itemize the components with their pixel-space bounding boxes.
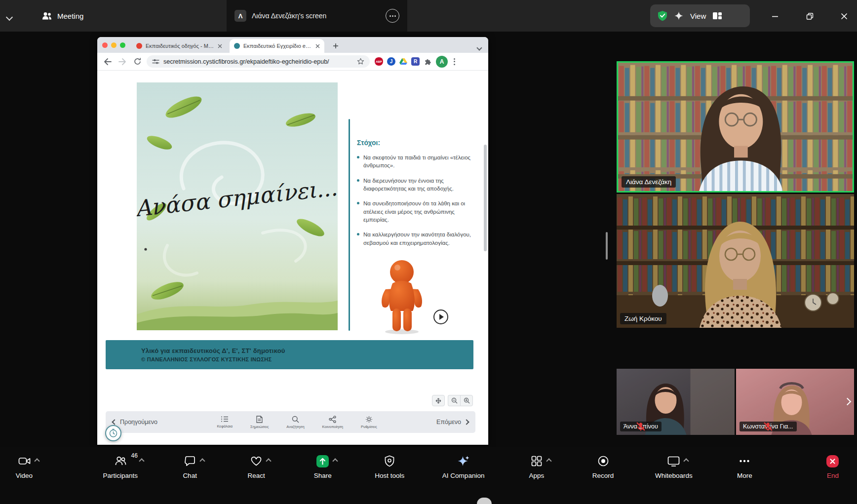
share-button[interactable]: Share [309, 454, 337, 504]
end-meeting-button[interactable]: End [818, 454, 847, 504]
share-screen-icon [316, 455, 329, 468]
chapters-label: Κεφάλαια [217, 424, 233, 428]
more-button[interactable]: More [730, 454, 759, 504]
ai-sparkle-icon [457, 455, 470, 467]
tab-search-chevron-icon[interactable] [477, 43, 481, 52]
share-tab-label: Λιάνα Δενεζάκη's screen [252, 12, 326, 20]
apps-button[interactable]: Apps [522, 454, 551, 504]
forward-button[interactable] [117, 56, 128, 67]
tab2-close-icon[interactable] [315, 44, 320, 48]
goals-section: Στόχοι: Να σκεφτούν τα παιδιά τι σημαίνε… [357, 139, 476, 254]
browser-menu-icon[interactable] [452, 58, 457, 65]
close-button[interactable] [835, 7, 853, 25]
screen-share-tab[interactable]: Λ Λιάνα Δενεζάκη's screen [227, 0, 407, 32]
participants-options-chevron[interactable] [140, 456, 144, 465]
chat-bubble-icon [184, 455, 196, 467]
settings-button[interactable]: Ρυθμίσεις [361, 416, 377, 429]
participants-icon [114, 455, 127, 467]
play-icon [439, 314, 444, 320]
search-button[interactable]: Αναζήτηση [286, 416, 304, 429]
people-icon [41, 11, 52, 21]
previous-page-button[interactable]: Προηγούμενο [113, 419, 157, 426]
panel-resize-handle[interactable] [606, 232, 608, 260]
participant-video-1 [618, 63, 853, 191]
timer-clock-button[interactable] [105, 425, 121, 441]
collapse-chevron-icon[interactable] [7, 13, 12, 22]
clay-figure-image [379, 259, 425, 335]
address-bar[interactable]: secretmission.cysticfibrosis.gr/ekpaidef… [147, 55, 370, 68]
tab-more-icon[interactable] [386, 9, 399, 23]
video-tile-active-speaker[interactable]: Λιάνα Δενεζάκη [617, 61, 854, 193]
chat-options-chevron[interactable] [200, 456, 204, 465]
play-audio-button[interactable] [433, 310, 448, 324]
video-tile-3[interactable]: Άννα Σπίνου [617, 369, 735, 435]
whiteboards-button[interactable]: Whiteboards [655, 454, 693, 504]
tab1-close-icon[interactable] [218, 44, 222, 48]
new-tab-button[interactable] [330, 40, 341, 51]
chat-button[interactable]: Chat [176, 454, 204, 504]
reader-menu: Κεφάλαια Σημειώσεις Αναζήτηση Κοινοποίησ… [217, 416, 377, 429]
epub-reader-page: Ανάσα σημαίνει... Στόχοι: Να σκεφτούν τα… [97, 71, 488, 445]
next-label: Επόμενο [436, 419, 461, 426]
site-info-icon[interactable] [152, 58, 159, 65]
zoom-controls [432, 395, 473, 406]
extensions-puzzle-icon[interactable] [424, 57, 432, 66]
adblock-extension-icon[interactable]: ABP [375, 57, 383, 66]
video-tile-2[interactable]: Ζωή Κρόκου [617, 194, 854, 328]
share-page-button[interactable]: Κοινοποίηση [322, 416, 343, 429]
browser-tab-1[interactable]: Εκπαιδευτικός οδηγός - Μυσ [132, 39, 227, 53]
restore-button[interactable] [801, 7, 818, 25]
react-options-chevron[interactable] [267, 456, 271, 465]
teal-banner: Υλικό για εκπαιδευτικούς Δ', Ε', ΣΤ' δημ… [106, 340, 473, 369]
apps-grid-icon [530, 455, 543, 467]
ai-companion-button[interactable]: AI Companion [442, 454, 485, 504]
next-page-button[interactable]: Επόμενο [436, 419, 468, 426]
participant-name: Λιάνα Δενεζάκη [626, 178, 671, 186]
muted-mic-icon [620, 422, 662, 431]
back-button[interactable] [102, 56, 113, 67]
gallery-next-button[interactable] [842, 394, 853, 409]
record-button[interactable]: Record [589, 454, 618, 504]
participant-name-badge: Κωνσταντίνα Για... [740, 422, 797, 431]
participant-name: Ζωή Κρόκου [624, 315, 662, 322]
more-dots-icon [738, 455, 751, 467]
page-scrollbar-thumb[interactable] [484, 145, 487, 251]
window-traffic-lights[interactable] [102, 42, 125, 48]
participant-name-badge: Λιάνα Δενεζάκη [622, 176, 676, 188]
r-extension-icon[interactable]: R [411, 57, 420, 66]
participants-count-badge: 46 [131, 452, 137, 459]
minimize-button[interactable] [766, 7, 784, 25]
whiteboards-options-chevron[interactable] [684, 456, 688, 465]
video-button[interactable]: Video [10, 454, 39, 504]
video-options-chevron[interactable] [35, 456, 39, 465]
settings-label: Ρυθμίσεις [361, 425, 377, 429]
goal-item: Να σκεφτούν τα παιδιά τι σημαίνει «τέλει… [357, 154, 476, 170]
chapters-button[interactable]: Κεφάλαια [217, 416, 233, 429]
fit-page-button[interactable] [432, 395, 445, 406]
drive-extension-icon[interactable] [399, 58, 407, 65]
participant-name-badge: Άννα Σπίνου [620, 422, 662, 431]
meeting-tab[interactable]: Meeting [41, 0, 83, 32]
host-tools-button[interactable]: Host tools [375, 454, 404, 504]
reload-button[interactable] [132, 56, 143, 67]
j-extension-icon[interactable]: J [387, 57, 395, 66]
browser-tab-2-active[interactable]: Εκπαιδευτικό Εγχειρίδιο ePu [230, 39, 324, 53]
meeting-controls-toolbar: Video 46 Participants Chat React [0, 447, 857, 504]
zoom-out-button[interactable] [448, 395, 460, 406]
apps-options-chevron[interactable] [547, 456, 551, 465]
url-text: secretmission.cysticfibrosis.gr/ekpaidef… [163, 58, 353, 65]
react-button[interactable]: React [242, 454, 271, 504]
zoom-in-button[interactable] [460, 395, 473, 406]
video-tile-4[interactable]: Κωνσταντίνα Για... [736, 369, 854, 435]
shared-browser-window: Εκπαιδευτικός οδηγός - Μυσ Εκπαιδευτικό … [97, 37, 488, 445]
share-avatar: Λ [234, 10, 246, 22]
participants-button[interactable]: 46 Participants [103, 454, 138, 504]
share-options-chevron[interactable] [333, 456, 337, 465]
tab1-label: Εκπαιδευτικός οδηγός - Μυσ [146, 43, 214, 49]
view-controls[interactable]: View [650, 4, 750, 27]
tab1-favicon [136, 43, 142, 49]
notes-button[interactable]: Σημειώσεις [250, 416, 269, 429]
profile-avatar[interactable]: A [436, 56, 448, 68]
heart-icon [250, 455, 263, 467]
bookmark-star-icon[interactable] [357, 58, 364, 65]
